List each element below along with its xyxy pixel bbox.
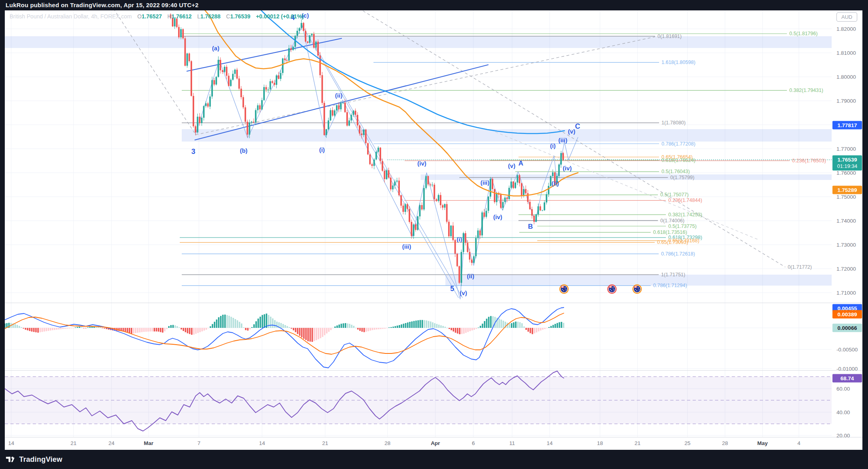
macd-histogram-bar: [286, 326, 288, 328]
macd-histogram-bar: [528, 328, 529, 332]
macd-histogram-bar: [532, 328, 533, 334]
macd-histogram-bar: [395, 326, 396, 328]
macd-histogram-bar: [330, 328, 332, 330]
candle-body: [494, 189, 495, 202]
elliott-wave-label: (v): [460, 289, 467, 296]
candle-body: [309, 35, 311, 43]
candle-body: [342, 103, 344, 103]
macd-histogram-bar: [362, 328, 363, 332]
macd-histogram-bar: [56, 328, 58, 330]
currency-toggle-button[interactable]: AUD: [836, 12, 857, 22]
macd-histogram-bar: [546, 328, 548, 328]
candle-body: [375, 152, 377, 160]
macd-histogram-bar: [499, 319, 500, 328]
candle-body: [301, 23, 302, 28]
macd-histogram-bar: [48, 328, 49, 331]
macd-histogram-bar: [561, 322, 562, 328]
macd-histogram-bar: [249, 328, 251, 329]
macd-histogram-bar: [476, 328, 477, 329]
macd-histogram-bar: [230, 317, 232, 328]
axis-price-label: 1.77000: [836, 146, 856, 152]
candle-body: [519, 175, 520, 183]
candle-body: [359, 126, 360, 134]
supply-demand-zone: [182, 129, 832, 142]
macd-histogram-bar: [44, 328, 45, 331]
macd-histogram-bar: [503, 321, 504, 328]
macd-histogram-bar: [345, 323, 346, 328]
axis-time-label: 21: [70, 440, 76, 446]
candle-body: [440, 195, 441, 205]
candle-body: [218, 60, 219, 77]
candle-body: [251, 122, 252, 122]
economic-event-flag-icon[interactable]: [633, 285, 642, 293]
macd-histogram-bar: [434, 323, 436, 328]
flag-star: [636, 290, 637, 291]
fib-label: 0.236(1.74844): [668, 198, 702, 203]
candle-body: [552, 172, 554, 176]
candle-body: [405, 204, 406, 212]
macd-histogram-bar: [542, 328, 544, 329]
candle-body: [471, 259, 473, 263]
axis-time-label: 28: [384, 440, 390, 446]
candle-body: [407, 204, 408, 209]
macd-histogram-bar: [187, 328, 189, 333]
candle-body: [531, 209, 533, 216]
axis-price-label: 1.74000: [836, 218, 856, 224]
candle-body: [193, 96, 194, 126]
candle-body: [332, 110, 334, 116]
candle-body: [197, 117, 199, 132]
symbol-title[interactable]: British Pound / Australian Dollar, 4h, F…: [10, 13, 132, 20]
chart-canvas[interactable]: 3(a)(b)4(c)(i)(ii)(iii)(iv)5(v)(i)(ii)(i…: [0, 0, 868, 469]
elliott-wave-label: (ii): [467, 273, 474, 279]
macd-histogram-bar: [270, 317, 272, 328]
candle-body: [398, 181, 400, 196]
candle-body: [529, 202, 531, 209]
candle-body: [450, 226, 452, 236]
macd-histogram-bar: [183, 328, 184, 331]
macd-histogram-bar: [37, 328, 39, 333]
symbol-info-bar[interactable]: British Pound / Australian Dollar, 4h, F…: [10, 13, 304, 20]
candle-body: [187, 54, 188, 66]
time-axis[interactable]: 142124Mar7142128Apr6111418212528May4: [8, 440, 800, 446]
candle-body: [388, 170, 389, 178]
candle-body: [330, 110, 332, 120]
macd-histogram-bar: [224, 315, 226, 328]
macd-histogram-bar: [185, 328, 187, 332]
elliott-wave-label: B: [528, 223, 533, 230]
macd-histogram-bar: [314, 328, 315, 341]
macd-histogram-bar: [52, 328, 54, 330]
macd-histogram-bar: [484, 321, 485, 328]
tradingview-logo[interactable]: TradingView: [6, 454, 62, 465]
macd-histogram-bar: [424, 320, 425, 328]
macd-histogram-bar: [31, 328, 33, 331]
candle-body: [317, 42, 319, 56]
macd-histogram-bar: [519, 322, 521, 328]
economic-event-flag-icon[interactable]: [608, 285, 616, 293]
macd-histogram-bar: [264, 314, 265, 328]
macd-histogram-bar: [42, 328, 43, 332]
axis-macd-label: -0.01000: [836, 366, 858, 372]
economic-event-flag-icon[interactable]: [560, 285, 568, 293]
axis-time-label: 4: [797, 440, 800, 446]
candle-body: [247, 122, 248, 134]
candle-body: [496, 193, 498, 202]
macd-histogram-bar: [258, 319, 259, 328]
candle-body: [423, 188, 425, 210]
macd-histogram-bar: [417, 320, 419, 328]
macd-histogram-bar: [438, 325, 440, 328]
macd-histogram-bar: [388, 327, 390, 328]
macd-histogram-bar: [206, 328, 207, 330]
candle-body: [344, 103, 346, 112]
macd-histogram-bar: [419, 320, 421, 328]
candle-body: [263, 87, 265, 100]
macd-histogram-bar: [328, 328, 330, 332]
candle-body: [379, 148, 381, 161]
flag-star: [562, 289, 563, 290]
candle-body: [280, 73, 282, 79]
axis-price-label: 1.81000: [836, 50, 856, 56]
candle-body: [201, 118, 203, 123]
macd-histogram-bar: [357, 328, 359, 329]
fib-label: 0.786(1.71294): [653, 283, 687, 288]
macd-histogram-bar: [214, 322, 215, 328]
candle-body: [514, 183, 516, 188]
